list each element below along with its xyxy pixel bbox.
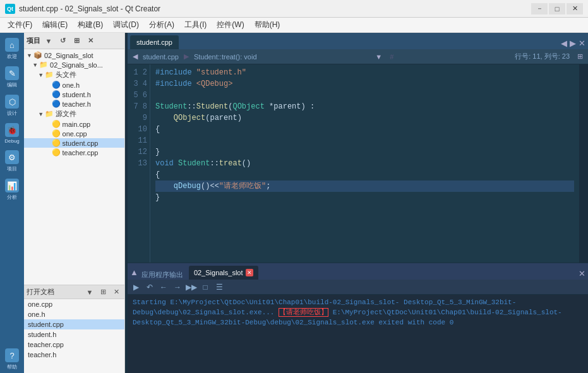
nav-right-icon[interactable]: ▶ xyxy=(570,38,576,48)
breadcrumb-function: Student::treat(): void xyxy=(194,53,257,61)
tree-item[interactable]: 🔵teacher.h xyxy=(24,99,124,109)
editor-area: student.cpp ◀ ▶ ✕ ◀ student.cpp ▶ Studen… xyxy=(128,33,588,373)
icon-shape: 📊 xyxy=(5,179,19,192)
output-tool-5[interactable]: ▶▶ xyxy=(186,281,197,293)
titlebar: Qt student.cpp - 02_Signals_slot - Qt Cr… xyxy=(0,0,588,18)
nav-left-icon[interactable]: ◀ xyxy=(561,38,567,48)
open-docs-list: one.cppone.hstudent.cppstudent.hteacher.… xyxy=(24,299,124,373)
open-docs-title: 打开文档 xyxy=(27,287,54,297)
sidebar-icon-分析[interactable]: 📊分析 xyxy=(1,176,23,203)
icon-shape: 🐞 xyxy=(5,123,19,137)
open-docs-close[interactable]: ✕ xyxy=(111,287,122,298)
sidebar-icons: ⌂欢迎✎编辑⬡设计🐞Debug⚙项目📊分析?帮助 xyxy=(0,33,24,373)
tree-item[interactable]: 🔵one.h xyxy=(24,80,124,90)
menu-item[interactable]: 构建(B) xyxy=(73,18,108,32)
open-docs-toolbar: 打开文档 ▼ ⊞ ✕ xyxy=(24,285,124,299)
output-line: Desktop_Qt_5_3_MinGW_32bit-Debug\debug\0… xyxy=(133,319,404,326)
output-tab-signals[interactable]: 02_Signals_slot ✕ xyxy=(189,266,258,280)
line-numbers: 1 2 3 4 5 6 7 8 9 10 11 12 13 xyxy=(128,64,150,263)
maximize-button[interactable]: □ xyxy=(549,3,565,15)
output-line: E:\MyProject\QtDoc\Unit01\Chap01\build-0… xyxy=(333,309,562,316)
output-tool-7[interactable]: ☰ xyxy=(213,281,225,293)
nav-arrow-left[interactable]: ◀ xyxy=(133,52,138,61)
output-line: with code 0 xyxy=(408,319,454,326)
sync-icon[interactable]: ↺ xyxy=(57,35,68,47)
menu-item[interactable]: 调试(D) xyxy=(108,18,144,32)
doc-item[interactable]: one.h xyxy=(24,309,124,319)
project-toolbar: 项目 ▼ ↺ ⊞ ✕ xyxy=(24,33,124,49)
sidebar-icon-帮助[interactable]: ?帮助 xyxy=(1,346,23,373)
icon-shape: ⚙ xyxy=(5,150,19,164)
open-docs-add[interactable]: ⊞ xyxy=(97,287,109,298)
output-tab-label: 02_Signals_slot xyxy=(194,269,243,276)
open-docs-filter[interactable]: ▼ xyxy=(84,287,95,298)
add-icon[interactable]: ⊞ xyxy=(71,35,82,47)
output-panel-close[interactable]: ✕ xyxy=(579,269,585,278)
menu-item[interactable]: 编辑(E) xyxy=(37,18,73,32)
close-panel-icon[interactable]: ✕ xyxy=(85,35,96,47)
doc-item[interactable]: teacher.h xyxy=(24,350,124,360)
output-collapse-icon[interactable]: ▲ xyxy=(130,268,141,280)
output-panel: ▲ 应用程序输出 02_Signals_slot ✕ ✕ ▶ ↶ ← → ▶▶ … xyxy=(128,263,588,373)
menu-item[interactable]: 控件(W) xyxy=(212,18,249,32)
editor-header: ◀ student.cpp ▶ Student::treat(): void ▼… xyxy=(128,49,588,64)
app-icon: Qt xyxy=(5,4,15,14)
tree-item[interactable]: ▼📁源文件 xyxy=(24,109,124,119)
sidebar-icon-Debug[interactable]: 🐞Debug xyxy=(1,121,23,146)
icon-shape: ⬡ xyxy=(5,95,19,109)
editor-tabs: student.cpp ◀ ▶ ✕ xyxy=(128,33,588,49)
output-tool-2[interactable]: ↶ xyxy=(144,281,155,293)
output-highlight-line: 【请老师吃饭】 xyxy=(279,308,328,317)
tree-item[interactable]: 🟡one.cpp xyxy=(24,129,124,138)
editor-tab-student-cpp[interactable]: student.cpp xyxy=(130,35,179,49)
open-docs-panel: 打开文档 ▼ ⊞ ✕ one.cppone.hstudent.cppstuden… xyxy=(24,285,124,373)
output-toolbar: ▶ ↶ ← → ▶▶ □ ☰ xyxy=(128,280,588,295)
doc-item[interactable]: student.h xyxy=(24,329,124,340)
menu-item[interactable]: 分析(A) xyxy=(144,18,179,32)
code-content[interactable]: #include "student.h" #include <QDebug> S… xyxy=(150,64,579,263)
tree-item[interactable]: ▼📁头文件 xyxy=(24,69,124,80)
tree-item[interactable]: 🟡teacher.cpp xyxy=(24,148,124,157)
tree-item[interactable]: ▼📁02_Signals_slo... xyxy=(24,60,124,69)
menu-item[interactable]: 帮助(H) xyxy=(249,18,285,32)
project-tree: ▼📦02_Signals_slot ▼📁02_Signals_slo... ▼📁… xyxy=(24,49,124,285)
sidebar-icon-编辑[interactable]: ✎编辑 xyxy=(1,64,23,91)
output-tool-4[interactable]: → xyxy=(172,281,183,293)
project-panel: 项目 ▼ ↺ ⊞ ✕ ▼📦02_Signals_slot ▼📁02_Signal… xyxy=(24,33,125,373)
icon-shape: ⌂ xyxy=(5,38,19,52)
output-tabs-bar: ▲ 应用程序输出 02_Signals_slot ✕ ✕ xyxy=(128,263,588,280)
doc-item[interactable]: one.cpp xyxy=(24,299,124,309)
output-tab-close[interactable]: ✕ xyxy=(246,269,253,276)
output-panel-label: 应用程序输出 xyxy=(141,270,188,280)
sidebar-icon-设计[interactable]: ⬡设计 xyxy=(1,92,23,119)
line-info: 行号: 11, 列号: 23 xyxy=(515,52,570,61)
minimize-button[interactable]: － xyxy=(531,3,548,15)
output-tool-3[interactable]: ← xyxy=(158,281,169,293)
tree-item[interactable]: 🟡main.cpp xyxy=(24,119,124,129)
doc-item[interactable]: student.cpp xyxy=(24,319,124,329)
sidebar-icon-项目[interactable]: ⚙项目 xyxy=(1,148,23,175)
editor-scrollbar[interactable] xyxy=(579,64,588,263)
breadcrumb-dropdown[interactable]: ▼ xyxy=(375,53,382,61)
icon-shape: ? xyxy=(5,348,19,362)
editor-expand-icon[interactable]: ⊞ xyxy=(577,52,583,61)
window-controls: － □ ✕ xyxy=(531,3,583,15)
menu-item[interactable]: 文件(F) xyxy=(3,18,37,32)
doc-item[interactable]: teacher.cpp xyxy=(24,340,124,350)
output-line: Starting E:\MyProject\QtDoc\Unit01\Chap0… xyxy=(133,299,399,306)
tree-item[interactable]: ▼📦02_Signals_slot xyxy=(24,50,124,60)
sidebar-icon-欢迎[interactable]: ⌂欢迎 xyxy=(1,35,23,62)
output-tool-6[interactable]: □ xyxy=(200,281,211,293)
output-tool-1[interactable]: ▶ xyxy=(130,281,141,293)
breadcrumb-file: student.cpp xyxy=(143,53,179,61)
window-title: student.cpp - 02_Signals_slot - Qt Creat… xyxy=(19,4,531,13)
project-panel-title: 项目 xyxy=(27,36,40,45)
tree-item[interactable]: 🔵student.h xyxy=(24,90,124,99)
editor-close-icon[interactable]: ✕ xyxy=(579,38,585,48)
output-content: Starting E:\MyProject\QtDoc\Unit01\Chap0… xyxy=(128,295,588,373)
close-button[interactable]: ✕ xyxy=(567,3,583,15)
tree-item[interactable]: 🟡student.cpp xyxy=(24,138,124,148)
menu-item[interactable]: 工具(I) xyxy=(179,18,212,32)
icon-shape: ✎ xyxy=(5,66,19,80)
filter-icon[interactable]: ▼ xyxy=(43,35,54,47)
